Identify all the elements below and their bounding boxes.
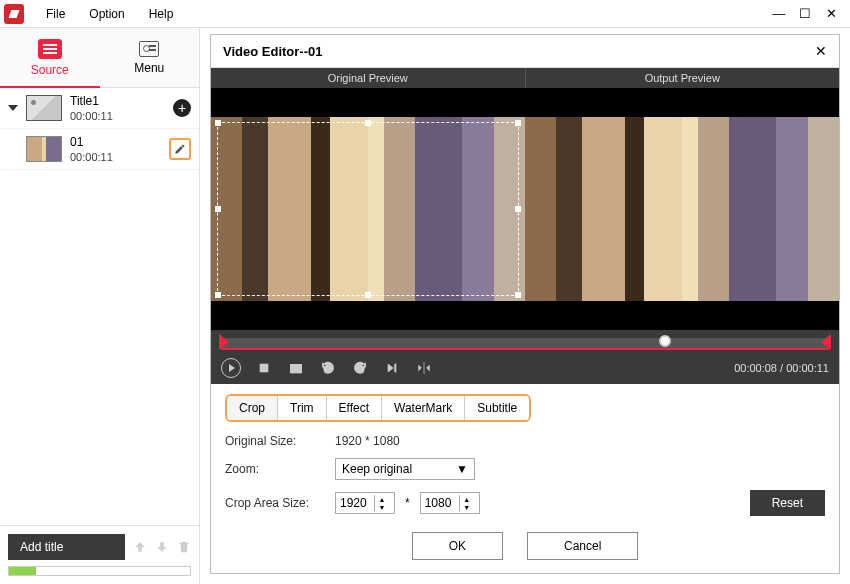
source-item-01[interactable]: 01 00:00:11 bbox=[0, 129, 199, 170]
tab-source-label: Source bbox=[31, 63, 69, 77]
timeline-track[interactable] bbox=[221, 338, 829, 350]
crop-height-field[interactable] bbox=[421, 493, 459, 513]
tab-trim[interactable]: Trim bbox=[278, 396, 327, 420]
arrow-up-icon[interactable] bbox=[133, 540, 147, 554]
menu-file[interactable]: File bbox=[34, 7, 77, 21]
spin-down-icon[interactable]: ▼ bbox=[460, 503, 474, 511]
stop-button[interactable] bbox=[255, 359, 273, 377]
rotate-left-button[interactable] bbox=[319, 359, 337, 377]
output-preview bbox=[525, 88, 839, 330]
original-preview[interactable] bbox=[211, 88, 525, 330]
crop-width-field[interactable] bbox=[336, 493, 374, 513]
source-icon bbox=[38, 39, 62, 59]
spin-up-icon[interactable]: ▲ bbox=[460, 495, 474, 503]
rotate-right-button[interactable] bbox=[351, 359, 369, 377]
playhead[interactable] bbox=[659, 335, 671, 347]
minimize-icon[interactable]: — bbox=[772, 7, 786, 21]
arrow-down-icon[interactable] bbox=[155, 540, 169, 554]
ok-button[interactable]: OK bbox=[412, 532, 503, 560]
cancel-button[interactable]: Cancel bbox=[527, 532, 638, 560]
play-button[interactable] bbox=[221, 358, 241, 378]
app-icon bbox=[4, 4, 24, 24]
sidebar-footer: Add title bbox=[0, 525, 199, 584]
editor-close-button[interactable]: ✕ bbox=[815, 43, 827, 59]
thumbnail-icon bbox=[26, 136, 62, 162]
zoom-value: Keep original bbox=[342, 462, 412, 476]
timecode: 00:00:08 / 00:00:11 bbox=[734, 362, 829, 374]
progress-bar bbox=[8, 566, 191, 576]
spin-down-icon[interactable]: ▼ bbox=[375, 503, 389, 511]
dialog-buttons: OK Cancel bbox=[211, 522, 839, 564]
sidebar: Source Menu Title1 00:00:11 + bbox=[0, 28, 200, 584]
tab-crop[interactable]: Crop bbox=[227, 396, 278, 420]
tab-menu[interactable]: Menu bbox=[100, 28, 200, 87]
crop-height-input[interactable]: ▲▼ bbox=[420, 492, 480, 514]
trash-icon[interactable] bbox=[177, 540, 191, 554]
times-symbol: * bbox=[405, 496, 410, 510]
svg-rect-0 bbox=[260, 364, 268, 372]
source-title: Title1 bbox=[70, 94, 165, 108]
maximize-icon[interactable]: ☐ bbox=[798, 7, 812, 21]
original-preview-label: Original Preview bbox=[211, 68, 525, 88]
source-duration: 00:00:11 bbox=[70, 151, 161, 163]
menu-help[interactable]: Help bbox=[137, 7, 186, 21]
zoom-label: Zoom: bbox=[225, 462, 325, 476]
source-item-title1[interactable]: Title1 00:00:11 + bbox=[0, 88, 199, 129]
titlebar: File Option Help — ☐ ✕ bbox=[0, 0, 850, 28]
reset-button[interactable]: Reset bbox=[750, 490, 825, 516]
close-icon[interactable]: ✕ bbox=[824, 7, 838, 21]
tab-effect[interactable]: Effect bbox=[327, 396, 382, 420]
preview-row bbox=[211, 88, 839, 330]
output-preview-label: Output Preview bbox=[525, 68, 840, 88]
source-title: 01 bbox=[70, 135, 161, 149]
add-title-button[interactable]: Add title bbox=[8, 534, 125, 560]
menu-option[interactable]: Option bbox=[77, 7, 136, 21]
progress-fill bbox=[9, 567, 36, 575]
crop-area-label: Crop Area Size: bbox=[225, 496, 325, 510]
add-clip-button[interactable]: + bbox=[173, 99, 191, 117]
thumbnail-placeholder-icon bbox=[26, 95, 62, 121]
next-frame-button[interactable] bbox=[383, 359, 401, 377]
original-size-value: 1920 * 1080 bbox=[335, 434, 400, 448]
source-list: Title1 00:00:11 + 01 00:00:11 bbox=[0, 88, 199, 525]
chevron-down-icon: ▼ bbox=[456, 462, 468, 476]
video-editor-dialog: Video Editor--01 ✕ Original Preview Outp… bbox=[210, 34, 840, 574]
crop-width-input[interactable]: ▲▼ bbox=[335, 492, 395, 514]
chevron-down-icon[interactable] bbox=[8, 105, 18, 111]
tab-source[interactable]: Source bbox=[0, 28, 100, 87]
spin-up-icon[interactable]: ▲ bbox=[375, 495, 389, 503]
tab-menu-label: Menu bbox=[134, 61, 164, 75]
pencil-icon bbox=[174, 143, 186, 155]
menu-icon bbox=[139, 41, 159, 57]
timecode-total: 00:00:11 bbox=[786, 362, 829, 374]
timeline: 00:00:08 / 00:00:11 bbox=[211, 330, 839, 384]
tab-subtitle[interactable]: Subtitle bbox=[465, 396, 529, 420]
edit-clip-button[interactable] bbox=[169, 138, 191, 160]
snapshot-button[interactable] bbox=[287, 359, 305, 377]
editor-title: Video Editor--01 bbox=[223, 44, 322, 59]
svg-point-2 bbox=[294, 367, 298, 371]
editor-bottom: Crop Trim Effect WaterMark Subtitle Orig… bbox=[211, 384, 839, 522]
zoom-select[interactable]: Keep original ▼ bbox=[335, 458, 475, 480]
tab-watermark[interactable]: WaterMark bbox=[382, 396, 465, 420]
editor-tabs: Crop Trim Effect WaterMark Subtitle bbox=[225, 394, 531, 422]
flip-button[interactable] bbox=[415, 359, 433, 377]
source-duration: 00:00:11 bbox=[70, 110, 165, 122]
sidebar-tabs: Source Menu bbox=[0, 28, 199, 88]
timecode-current: 00:00:08 bbox=[734, 362, 777, 374]
content-area: Video Editor--01 ✕ Original Preview Outp… bbox=[200, 28, 850, 584]
original-size-label: Original Size: bbox=[225, 434, 325, 448]
